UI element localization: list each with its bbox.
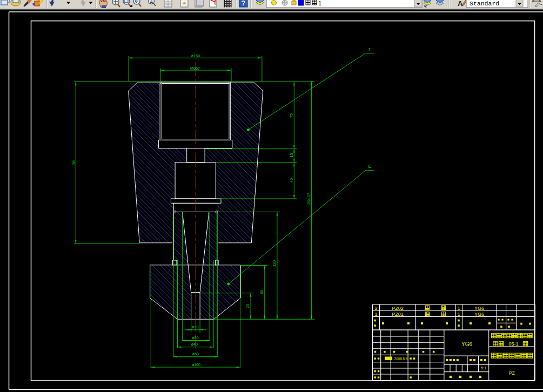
- svg-text:2008.5.5: 2008.5.5: [394, 357, 408, 361]
- svg-text:264.17: 264.17: [306, 193, 311, 205]
- svg-text:1: 1: [368, 47, 371, 52]
- svg-text:5:1: 5:1: [481, 366, 486, 370]
- svg-text:-: -: [540, 1, 542, 7]
- svg-text:PZ02: PZ02: [392, 306, 404, 311]
- svg-text:PZ: PZ: [509, 370, 515, 376]
- svg-text:75: 75: [289, 113, 294, 118]
- svg-text:ø100: ø100: [192, 363, 200, 367]
- svg-text:ø10: ø10: [192, 325, 198, 329]
- svg-text:1: 1: [458, 312, 460, 317]
- svg-text:YG6: YG6: [461, 341, 472, 347]
- svg-text:120: 120: [272, 260, 277, 267]
- svg-text:1: 1: [318, 0, 321, 6]
- svg-text:ø50: ø50: [192, 352, 199, 356]
- svg-text:1: 1: [374, 312, 377, 317]
- svg-text:15: 15: [289, 153, 294, 158]
- svg-text:36: 36: [71, 160, 76, 165]
- svg-text:ø40: ø40: [191, 342, 198, 346]
- svg-text:2: 2: [374, 306, 377, 311]
- svg-text:E: E: [368, 164, 371, 169]
- svg-text:20: 20: [245, 304, 250, 308]
- svg-text:40: 40: [289, 178, 294, 183]
- svg-text:YG6: YG6: [474, 312, 484, 317]
- svg-text:05-1: 05-1: [508, 341, 518, 347]
- svg-text:YG6: YG6: [474, 306, 484, 311]
- svg-text:Standard: Standard: [470, 0, 499, 7]
- svg-text:60: 60: [259, 290, 264, 294]
- svg-text:M067: M067: [190, 66, 200, 71]
- svg-text:A: A: [150, 0, 153, 5]
- svg-text:A: A: [458, 0, 463, 8]
- svg-text:PZ01: PZ01: [392, 312, 404, 317]
- svg-text:ø150: ø150: [191, 53, 200, 58]
- svg-text:ø30: ø30: [192, 336, 198, 340]
- svg-text:1: 1: [458, 306, 460, 311]
- svg-text:?: ?: [242, 0, 246, 7]
